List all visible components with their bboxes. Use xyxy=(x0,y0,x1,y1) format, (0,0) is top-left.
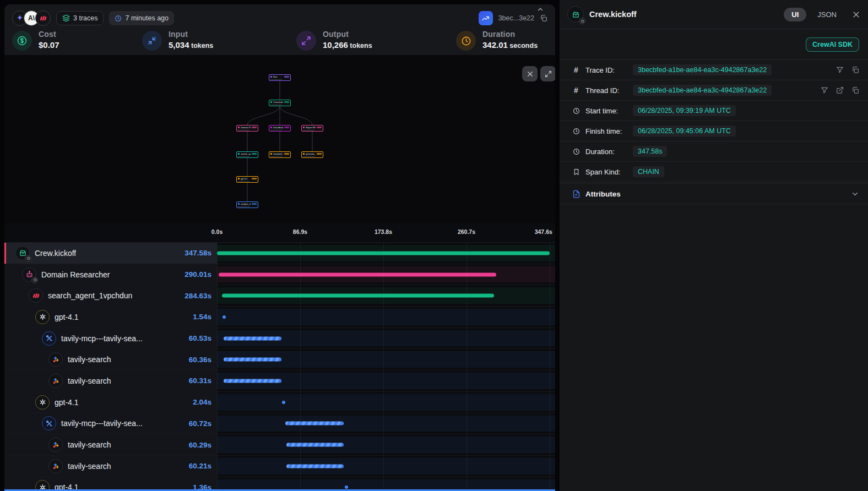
span-bar xyxy=(223,315,226,319)
graph-node-label: Crew.kickoff xyxy=(273,101,283,103)
tavily-icon xyxy=(48,459,63,473)
span-row-chart-cell xyxy=(217,264,555,285)
trace-overview-panel: A\ 3 traces 7 minutes ago 3bec...3e22 xyxy=(4,4,555,491)
span-row-name-cell: Domain Researcher290.01s xyxy=(4,264,217,285)
graph-node-label: search_agen... xyxy=(241,152,251,155)
span-bar xyxy=(224,358,281,362)
trace-viewer-app: A\ 3 traces 7 minutes ago 3bec...3e22 xyxy=(0,0,868,491)
span-row-name-cell: tavily-search60.36s xyxy=(4,349,217,370)
clock-badge-icon xyxy=(25,255,31,262)
span-duration: 60.31s xyxy=(189,377,211,385)
span-row-tavily-mcp-tavily-sea...[interactable]: tavily-mcp---tavily-sea...60.53s xyxy=(4,328,555,350)
span-row-domain-researcher[interactable]: Domain Researcher290.01s xyxy=(4,264,555,286)
expand-graph-button[interactable] xyxy=(540,66,555,81)
trending-up-icon xyxy=(481,14,490,23)
span-bar xyxy=(286,443,344,447)
field-value[interactable]: 347.58s xyxy=(633,146,667,157)
provider-avatars: A\ xyxy=(12,10,51,26)
graph-node-6[interactable]: standard_Processi... xyxy=(269,151,291,158)
filter-icon[interactable] xyxy=(836,66,844,74)
span-name: tavily-search xyxy=(68,462,111,471)
graph-node-8[interactable]: gpt-4.1 xyxy=(236,176,258,183)
filter-icon[interactable] xyxy=(821,86,828,94)
span-row-gpt-4.1[interactable]: gpt-4.12.04s xyxy=(4,392,555,413)
graph-node-1[interactable]: Crew.kickoff xyxy=(269,100,291,106)
graph-node-4[interactable]: Report Writer xyxy=(301,125,323,132)
node-dot-icon xyxy=(303,127,305,128)
field-value[interactable]: 3becbfed-a1be-ae84-ea3c-4942867a3e22 xyxy=(633,85,772,96)
bookmark-icon xyxy=(572,168,581,176)
span-row-name-cell: gpt-4.11.54s xyxy=(4,307,217,328)
span-duration: 1.54s xyxy=(193,313,211,321)
graph-node-7[interactable]: generate_&_prepa... xyxy=(301,151,323,158)
span-bar-track xyxy=(217,309,555,325)
openai-icon xyxy=(35,395,50,410)
metric-value: 5,034 tokens xyxy=(169,40,213,50)
graph-node-0[interactable]: Run xyxy=(269,74,291,81)
trace-graph-canvas[interactable]: RunCrew.kickoffDomain Research...Data An… xyxy=(4,55,555,223)
timeline-axis: 0.0s86.9s173.8s260.7s347.6s xyxy=(4,223,555,242)
span-row-tavily-mcp-tavily-sea...[interactable]: tavily-mcp---tavily-sea...60.72s xyxy=(4,413,555,435)
collapse-metrics-button[interactable] xyxy=(536,6,544,13)
graph-node-3[interactable]: Data Analyst xyxy=(269,125,291,132)
axis-tick: 260.7s xyxy=(458,228,475,235)
node-badge xyxy=(284,101,289,103)
external-icon[interactable] xyxy=(836,86,844,94)
field-label: Start time: xyxy=(585,107,633,115)
copy-icon[interactable] xyxy=(851,86,859,94)
metric-value: 10,266 tokens xyxy=(323,40,372,50)
sdk-badge[interactable]: CrewAI SDK xyxy=(806,37,859,52)
span-row-search-agent-1vpchdun[interactable]: search_agent_1vpchdun284.63s xyxy=(4,285,555,307)
span-row-crew.kickoff[interactable]: Crew.kickoff347.58s xyxy=(4,243,555,264)
attributes-section-toggle[interactable]: Attributes xyxy=(560,183,868,204)
field-span-kind-: Span Kind:CHAIN xyxy=(560,162,868,182)
field-start-time-: Start time:06/28/2025, 09:39:19 AM UTC xyxy=(560,101,868,121)
crew-span-icon xyxy=(567,6,584,23)
span-row-chart-cell xyxy=(217,370,555,391)
span-row-tavily-search[interactable]: tavily-search60.36s xyxy=(4,349,555,370)
openai-icon xyxy=(35,310,50,324)
span-row-tavily-search[interactable]: tavily-search60.29s xyxy=(4,434,555,456)
close-details-button[interactable] xyxy=(852,10,860,19)
compress-icon xyxy=(142,31,162,51)
clock-icon xyxy=(115,15,122,22)
expand-icon xyxy=(545,70,552,78)
field-label: Span Kind: xyxy=(585,168,633,176)
node-dot-icon xyxy=(270,127,272,128)
field-value[interactable]: 3becbfed-a1be-ae84-ea3c-4942867a3e22 xyxy=(633,64,772,75)
clock-icon xyxy=(572,107,581,114)
tab-ui[interactable]: UI xyxy=(784,8,806,21)
span-row-gpt-4.1[interactable]: gpt-4.11.54s xyxy=(4,307,555,328)
axis-tick: 0.0s xyxy=(211,228,223,235)
hash-icon: # xyxy=(572,66,581,74)
graph-node-5[interactable]: search_agen... xyxy=(236,151,258,158)
metric-label: Duration xyxy=(482,30,538,39)
trace-chart-button[interactable] xyxy=(479,11,493,25)
span-bar xyxy=(345,485,348,489)
field-value[interactable]: CHAIN xyxy=(633,166,664,177)
node-badge xyxy=(252,153,257,155)
document-icon xyxy=(572,190,581,198)
field-value[interactable]: 06/28/2025, 09:45:06 AM UTC xyxy=(633,126,736,137)
node-dot-icon xyxy=(238,127,240,128)
clock-badge-icon xyxy=(579,18,585,24)
span-row-tavily-search[interactable]: tavily-search60.31s xyxy=(4,370,555,392)
tab-json[interactable]: JSON xyxy=(810,8,844,21)
graph-node-9[interactable]: analyze_data xyxy=(236,201,258,208)
span-bar-track xyxy=(217,394,555,411)
span-fields: #Trace ID:3becbfed-a1be-ae84-ea3c-494286… xyxy=(560,59,868,182)
traces-count-badge[interactable]: 3 traces xyxy=(56,11,104,25)
copy-icon[interactable] xyxy=(851,66,859,74)
copy-trace-id-button[interactable] xyxy=(540,14,547,22)
graph-node-2[interactable]: Domain Research... xyxy=(236,125,258,132)
clock-icon xyxy=(572,148,581,155)
node-badge xyxy=(252,178,257,179)
span-row-tavily-search[interactable]: tavily-search60.21s xyxy=(4,456,555,477)
trace-summary-card: A\ 3 traces 7 minutes ago 3bec...3e22 xyxy=(4,4,555,55)
close-graph-button[interactable] xyxy=(522,66,538,81)
span-row-chart-cell xyxy=(217,243,555,264)
span-name: Crew.kickoff xyxy=(35,249,76,258)
span-bar xyxy=(224,336,281,340)
field-value[interactable]: 06/28/2025, 09:39:19 AM UTC xyxy=(633,105,736,116)
span-name: tavily-mcp---tavily-sea... xyxy=(61,419,143,428)
